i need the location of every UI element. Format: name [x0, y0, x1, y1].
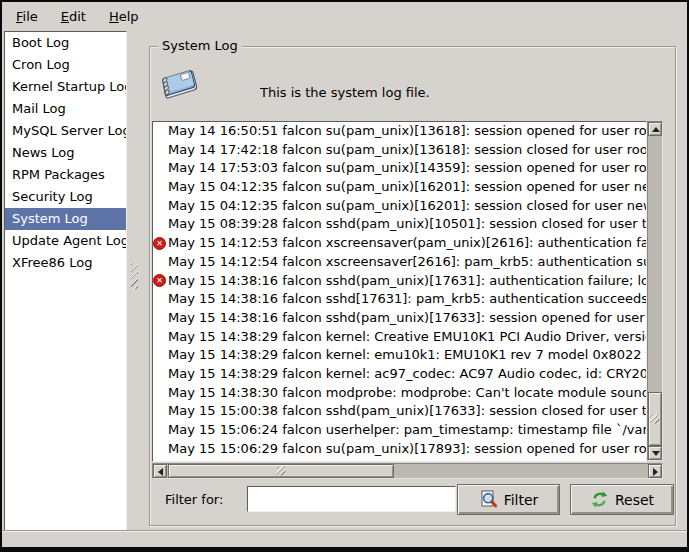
sidebar-item[interactable]: XFree86 Log	[5, 252, 126, 274]
log-description: This is the system log file.	[260, 85, 430, 100]
sidebar-item-label: Boot Log	[12, 35, 69, 50]
log-row[interactable]: ✕ May 15 15:00:38 falcon sshd(pam_unix)[…	[153, 402, 646, 421]
log-entry-text: May 15 04:12:35 falcon su(pam_unix)[1620…	[168, 198, 647, 213]
log-entry-text: May 15 15:00:38 falcon sshd(pam_unix)[17…	[168, 403, 647, 418]
up-arrow-icon	[652, 127, 660, 132]
log-entry-text: May 15 15:06:24 falcon userhelper: pam_t…	[168, 422, 647, 437]
horizontal-scrollbar[interactable]	[152, 463, 663, 479]
sidebar-item-label: Mail Log	[12, 101, 66, 116]
log-row[interactable]: ✕ May 14 16:50:51 falcon su(pam_unix)[13…	[153, 122, 646, 141]
reset-button[interactable]: Reset	[570, 484, 674, 515]
log-row[interactable]: ✕ May 15 14:38:16 falcon sshd(pam_unix)[…	[153, 272, 646, 291]
log-list: ✕ May 14 16:50:51 falcon su(pam_unix)[13…	[152, 121, 647, 462]
sidebar-item-label: Update Agent Log	[12, 233, 127, 248]
menu-bar: File Edit Help	[2, 2, 687, 30]
log-row[interactable]: ✕ May 14 17:42:18 falcon su(pam_unix)[13…	[153, 141, 646, 160]
log-entry-text: May 15 14:38:29 falcon kernel: Creative …	[168, 329, 647, 344]
sidebar-item-label: XFree86 Log	[12, 255, 92, 270]
menu-help[interactable]: Help	[100, 5, 148, 28]
log-entry-text: May 14 17:42:18 falcon su(pam_unix)[1361…	[168, 142, 647, 157]
sidebar-item[interactable]: Kernel Startup Log	[5, 76, 126, 98]
down-arrow-icon	[652, 451, 660, 456]
log-entry-text: May 15 14:38:16 falcon sshd[17631]: pam_…	[168, 291, 647, 306]
status-strip	[2, 530, 687, 548]
error-icon: ✕	[153, 237, 166, 250]
log-row[interactable]: ✕ May 15 15:06:24 falcon userhelper: pam…	[153, 421, 646, 440]
sidebar-item-label: System Log	[12, 211, 88, 226]
sidebar-item[interactable]: RPM Packages	[5, 164, 126, 186]
vertical-scrollbar[interactable]	[647, 121, 663, 461]
menu-edit[interactable]: Edit	[52, 5, 95, 28]
left-arrow-icon	[158, 468, 163, 476]
log-entry-text: May 15 14:38:29 falcon kernel: ac97_code…	[168, 366, 647, 381]
app-window: File Edit Help Boot Log Cron Log Kernel …	[0, 0, 689, 552]
log-entry-text: May 15 14:38:30 falcon modprobe: modprob…	[168, 385, 647, 400]
sidebar-item-label: Kernel Startup Log	[12, 79, 127, 94]
sidebar-list: Boot Log Cron Log Kernel Startup Log Mai…	[4, 31, 127, 531]
log-row[interactable]: ✕ May 15 14:38:16 falcon sshd[17631]: pa…	[153, 290, 646, 309]
filter-button[interactable]: Filter	[457, 484, 560, 515]
log-row[interactable]: ✕ May 15 14:12:53 falcon xscreensaver(pa…	[153, 234, 646, 253]
search-icon	[479, 490, 498, 509]
sidebar-item-label: News Log	[12, 145, 74, 160]
log-row[interactable]: ✕ May 15 14:38:29 falcon kernel: emu10k1…	[153, 346, 646, 365]
log-row[interactable]: ✕ May 15 14:38:30 falcon modprobe: modpr…	[153, 384, 646, 403]
log-entry-text: May 15 15:06:29 falcon su(pam_unix)[1789…	[168, 441, 647, 456]
sidebar-item[interactable]: Boot Log	[5, 32, 126, 54]
vertical-scroll-thumb[interactable]	[648, 392, 662, 446]
sidebar-item[interactable]: System Log	[5, 208, 126, 230]
log-entry-text: May 15 14:38:16 falcon sshd(pam_unix)[17…	[168, 310, 647, 325]
sidebar-item-label: Security Log	[12, 189, 93, 204]
filter-input[interactable]	[247, 486, 456, 512]
sidebar-item-label: MySQL Server Log	[12, 123, 127, 138]
sidebar-item[interactable]: MySQL Server Log	[5, 120, 126, 142]
filter-label: Filter for:	[165, 492, 223, 507]
menu-file[interactable]: File	[7, 5, 47, 28]
log-entry-text: May 15 14:12:54 falcon xscreensaver[2616…	[168, 254, 647, 269]
horizontal-scroll-thumb[interactable]	[168, 464, 394, 478]
log-entry-text: May 15 14:38:16 falcon sshd(pam_unix)[17…	[168, 273, 647, 288]
log-entry-text: May 14 16:50:51 falcon su(pam_unix)[1361…	[168, 123, 647, 138]
log-row[interactable]: ✕ May 15 14:38:16 falcon sshd(pam_unix)[…	[153, 309, 646, 328]
sidebar-item[interactable]: Mail Log	[5, 98, 126, 120]
log-entry-text: May 15 14:12:53 falcon xscreensaver(pam_…	[168, 235, 647, 250]
log-entry-text: May 15 14:38:29 falcon kernel: emu10k1: …	[168, 347, 647, 362]
thumb-grip-icon	[277, 467, 286, 476]
main-panel: System Log This is the system log file. …	[143, 31, 687, 529]
thumb-grip-icon	[651, 415, 660, 424]
scroll-left-button[interactable]	[153, 464, 167, 478]
log-row[interactable]: ✕ May 15 08:39:28 falcon sshd(pam_unix)[…	[153, 215, 646, 234]
splitter-grip-icon	[131, 263, 138, 289]
sidebar-item[interactable]: News Log	[5, 142, 126, 164]
sidebar-item[interactable]: Update Agent Log	[5, 230, 126, 252]
sidebar-item-label: Cron Log	[12, 57, 70, 72]
pane-splitter[interactable]	[127, 31, 143, 529]
sidebar-item[interactable]: Cron Log	[5, 54, 126, 76]
log-entry-text: May 15 08:39:28 falcon sshd(pam_unix)[10…	[168, 216, 647, 231]
notebook-icon	[156, 63, 200, 107]
log-row[interactable]: ✕ May 15 04:12:35 falcon su(pam_unix)[16…	[153, 197, 646, 216]
sidebar-item-label: RPM Packages	[12, 167, 105, 182]
log-entry-text: May 14 17:53:03 falcon su(pam_unix)[1435…	[168, 160, 647, 175]
log-row[interactable]: ✕ May 14 17:53:03 falcon su(pam_unix)[14…	[153, 159, 646, 178]
log-row[interactable]: ✕ May 15 14:38:29 falcon kernel: Creativ…	[153, 328, 646, 347]
log-entry-text: May 15 04:12:35 falcon su(pam_unix)[1620…	[168, 179, 647, 194]
scroll-down-button[interactable]	[648, 446, 662, 460]
log-row[interactable]: ✕ May 15 14:38:29 falcon kernel: ac97_co…	[153, 365, 646, 384]
log-row[interactable]: ✕ May 15 15:06:29 falcon su(pam_unix)[17…	[153, 440, 646, 459]
scroll-up-button[interactable]	[648, 122, 662, 136]
system-log-groupbox: System Log This is the system log file. …	[149, 46, 676, 526]
error-icon: ✕	[153, 274, 166, 287]
log-row[interactable]: ✕ May 15 14:12:54 falcon xscreensaver[26…	[153, 253, 646, 272]
right-arrow-icon	[653, 468, 658, 476]
log-row[interactable]: ✕ May 15 04:12:35 falcon su(pam_unix)[16…	[153, 178, 646, 197]
sidebar-item[interactable]: Security Log	[5, 186, 126, 208]
scroll-right-button[interactable]	[648, 464, 662, 478]
groupbox-title: System Log	[158, 38, 242, 53]
refresh-icon	[590, 490, 609, 509]
filter-button-label: Filter	[504, 492, 539, 508]
reset-button-label: Reset	[615, 492, 654, 508]
